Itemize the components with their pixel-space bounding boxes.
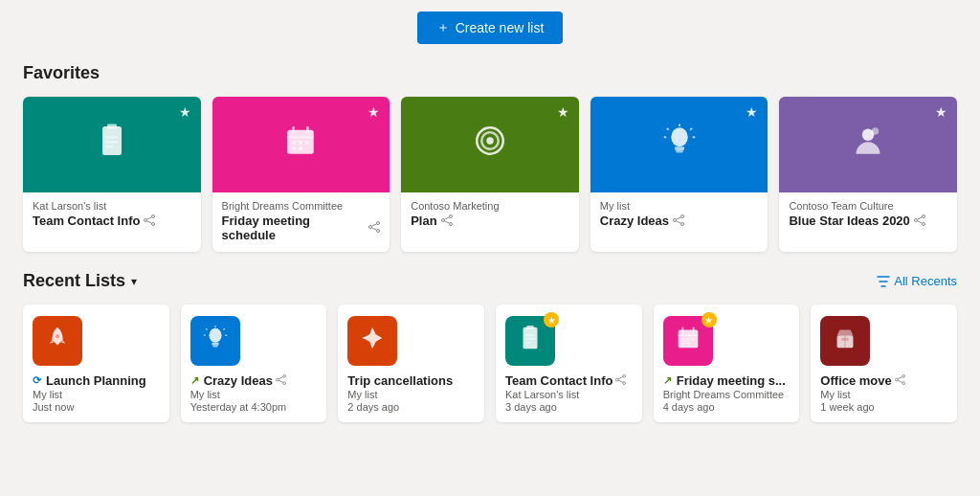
filter-icon bbox=[877, 275, 890, 288]
recent-icon-wrapper bbox=[33, 316, 82, 366]
svg-point-29 bbox=[441, 218, 444, 221]
svg-line-50 bbox=[917, 216, 922, 218]
recent-list-card[interactable]: ↗Crazy Ideas My list Yesterday at 4:30pm bbox=[181, 304, 327, 422]
svg-point-32 bbox=[671, 127, 688, 147]
svg-line-64 bbox=[278, 377, 283, 379]
recent-list-card[interactable]: ⟳Launch Planning My list Just now bbox=[23, 304, 169, 422]
recent-lists-grid: ⟳Launch Planning My list Just now ↗Crazy… bbox=[23, 304, 957, 422]
svg-point-21 bbox=[369, 226, 372, 229]
fav-card-info: Kat Larson's list Team Contact Info bbox=[23, 192, 201, 237]
svg-rect-80 bbox=[681, 338, 684, 341]
recent-card-time: 2 days ago bbox=[347, 401, 399, 413]
svg-point-71 bbox=[623, 374, 626, 377]
svg-point-53 bbox=[209, 327, 221, 342]
fav-card-name: Team Contact Info bbox=[33, 214, 191, 228]
recent-lists-title: Recent Lists bbox=[23, 271, 125, 291]
recent-card-owner: Kat Larson's list bbox=[505, 389, 579, 400]
favorite-card[interactable]: ★ Contoso Team Culture Blue Star Ideas 2… bbox=[779, 97, 957, 252]
favorite-card[interactable]: ★ Contoso Marketing Plan bbox=[401, 97, 579, 252]
recent-card-time: 4 days ago bbox=[663, 401, 715, 413]
share-icon bbox=[368, 221, 380, 235]
fav-icon-calendar bbox=[281, 122, 320, 169]
share-icon bbox=[673, 214, 684, 228]
svg-line-43 bbox=[676, 216, 680, 218]
share-icon bbox=[276, 374, 286, 387]
favorite-card[interactable]: ★ Kat Larson's list Team Contact Info bbox=[23, 97, 201, 252]
chevron-down-icon[interactable]: ▾ bbox=[131, 275, 137, 288]
fav-card-name: Crazy Ideas bbox=[600, 214, 759, 228]
all-recents-button[interactable]: All Recents bbox=[877, 274, 957, 288]
recent-icon-wrapper bbox=[347, 316, 397, 366]
svg-line-23 bbox=[372, 228, 377, 230]
svg-point-41 bbox=[681, 222, 684, 225]
recent-icon-clipboard bbox=[516, 324, 545, 359]
recent-card-name: Trip cancellations bbox=[347, 373, 453, 388]
svg-line-57 bbox=[206, 328, 207, 329]
star-icon: ★ bbox=[368, 104, 380, 120]
svg-rect-1 bbox=[107, 124, 117, 128]
recent-card-name: Team Contact Info bbox=[505, 373, 626, 388]
create-new-list-button[interactable]: ＋ Create new list bbox=[417, 11, 564, 44]
svg-point-90 bbox=[895, 378, 898, 381]
svg-rect-14 bbox=[293, 141, 297, 145]
recent-list-card[interactable]: ★ Team Contact Info Kat Larson's list 3 … bbox=[496, 304, 642, 422]
svg-line-31 bbox=[444, 220, 449, 222]
fav-card-owner: Kat Larson's list bbox=[33, 200, 191, 212]
fav-icon-clipboard bbox=[93, 122, 131, 169]
fav-card-name: Friday meeting schedule bbox=[222, 214, 381, 242]
svg-rect-84 bbox=[686, 342, 689, 345]
recent-list-card[interactable]: Trip cancellations My list 2 days ago bbox=[338, 304, 484, 422]
star-badge: ★ bbox=[702, 312, 717, 327]
recent-card-owner: Bright Dreams Committee bbox=[663, 389, 785, 400]
fav-card-info: Contoso Marketing Plan bbox=[401, 192, 579, 237]
svg-rect-87 bbox=[842, 338, 850, 341]
favorites-grid: ★ Kat Larson's list Team Contact Info ★ … bbox=[23, 97, 957, 252]
svg-rect-17 bbox=[293, 147, 297, 150]
recent-card-name: Office move bbox=[820, 373, 904, 388]
share-icon bbox=[144, 214, 155, 228]
svg-point-46 bbox=[872, 127, 880, 135]
svg-rect-34 bbox=[676, 150, 683, 153]
svg-point-20 bbox=[377, 230, 380, 233]
svg-line-8 bbox=[147, 216, 152, 218]
svg-rect-18 bbox=[300, 147, 303, 150]
recent-card-name: ↗Friday meeting s... bbox=[663, 373, 786, 388]
fav-card-name: Blue Star Ideas 2020 bbox=[789, 214, 947, 228]
recent-icon-wrapper bbox=[820, 316, 870, 366]
recent-icon-wrapper bbox=[190, 316, 240, 366]
svg-line-92 bbox=[898, 380, 902, 382]
fav-icon-target bbox=[471, 122, 509, 169]
svg-point-49 bbox=[914, 218, 917, 221]
svg-point-6 bbox=[152, 222, 155, 225]
recent-card-owner: My list bbox=[820, 389, 850, 400]
recent-icon-box bbox=[831, 324, 859, 359]
recent-list-card[interactable]: Office move My list 1 week ago bbox=[811, 304, 957, 422]
svg-point-19 bbox=[377, 222, 380, 225]
svg-point-62 bbox=[283, 382, 286, 385]
svg-rect-0 bbox=[102, 126, 122, 155]
fav-icon-person bbox=[849, 122, 887, 169]
fav-card-owner: My list bbox=[600, 200, 759, 212]
fav-icon-bulb bbox=[660, 122, 699, 169]
svg-point-47 bbox=[922, 214, 924, 217]
svg-rect-55 bbox=[212, 345, 218, 347]
recent-lists-header: Recent Lists ▾ All Recents bbox=[23, 271, 957, 291]
svg-point-61 bbox=[283, 374, 286, 377]
recent-card-time: Yesterday at 4:30pm bbox=[190, 401, 287, 413]
svg-point-7 bbox=[145, 218, 147, 221]
recent-card-owner: My list bbox=[190, 389, 220, 400]
favorite-card[interactable]: ★ Bright Dreams Committee Friday meeting… bbox=[212, 97, 390, 252]
favorite-card[interactable]: ★ My list Crazy Ideas bbox=[590, 97, 768, 252]
fav-card-info: Contoso Team Culture Blue Star Ideas 202… bbox=[779, 192, 957, 237]
svg-point-52 bbox=[56, 334, 59, 338]
svg-rect-83 bbox=[681, 342, 684, 345]
svg-line-75 bbox=[619, 380, 624, 382]
star-icon: ★ bbox=[746, 104, 758, 120]
svg-line-36 bbox=[666, 127, 668, 129]
svg-line-22 bbox=[372, 224, 377, 226]
svg-rect-67 bbox=[526, 325, 534, 328]
recent-list-card[interactable]: ★ ↗Friday meeting s... Bright Dreams Com… bbox=[654, 304, 800, 422]
svg-point-89 bbox=[902, 382, 905, 385]
recent-icon-plane bbox=[358, 324, 387, 359]
svg-line-37 bbox=[690, 127, 692, 129]
